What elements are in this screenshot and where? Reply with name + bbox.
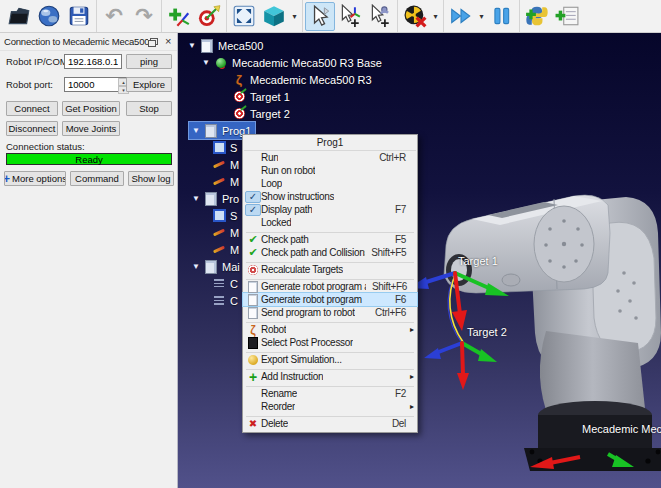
expander-icon[interactable] <box>189 126 203 135</box>
shortcut-label: Shift+F6 <box>366 281 407 292</box>
target2-frame[interactable] <box>424 343 497 390</box>
tree-item-instruction[interactable]: S <box>197 139 241 156</box>
more-options-button[interactable]: More options <box>4 171 66 186</box>
delete-icon <box>245 418 261 430</box>
tree-item-instruction[interactable]: M <box>197 173 243 190</box>
chkblue-icon <box>245 204 261 216</box>
plus-icon <box>245 371 261 383</box>
tree-item-instruction[interactable]: C <box>197 292 242 309</box>
toolbar-group-cursor <box>303 0 398 32</box>
menu-separator <box>243 229 417 233</box>
open-file-button[interactable] <box>4 2 34 31</box>
add-target-button[interactable] <box>194 2 224 31</box>
chevron-down-icon: ▾ <box>479 12 483 21</box>
menu-item-delete[interactable]: Delete Del <box>243 417 417 430</box>
redo-button[interactable]: ↷ <box>129 2 159 31</box>
tree-item-instruction[interactable]: C <box>197 275 242 292</box>
status-badge: Ready <box>6 153 172 165</box>
menu-item-check-path[interactable]: Check path F5 <box>243 233 417 246</box>
menu-item-robot[interactable]: Robot <box>243 323 417 336</box>
menu-item-loop[interactable]: Loop <box>243 177 417 190</box>
menu-item-display-path[interactable]: Display path F7 <box>243 203 417 216</box>
tree-item-robot[interactable]: Mecademic Meca500 R3 <box>217 71 376 88</box>
close-panel-icon[interactable] <box>163 37 173 47</box>
show-log-button[interactable]: Show log <box>128 171 174 186</box>
get-position-button[interactable]: Get Position <box>62 101 120 116</box>
expander-icon[interactable] <box>189 262 203 271</box>
move-tool-button[interactable] <box>365 2 395 31</box>
view-cube-dropdown[interactable]: ▾ <box>289 2 300 31</box>
expander-icon[interactable] <box>189 194 203 203</box>
move-icon <box>211 243 227 257</box>
add-item-button[interactable] <box>552 2 582 31</box>
tree-item-meca500[interactable]: Meca500 <box>185 37 267 54</box>
submenu-arrow-icon <box>406 402 414 411</box>
fast-simulation-button[interactable] <box>446 2 476 31</box>
tree-item-prog2[interactable]: Pro <box>189 190 243 207</box>
submenu-arrow-icon <box>406 372 414 381</box>
fast-forward-icon <box>449 4 473 28</box>
menu-item-check-path-collisions[interactable]: Check path and Collisions Shift+F5 <box>243 246 417 259</box>
menu-item-export-simulation[interactable]: Export Simulation... <box>243 353 417 366</box>
tree-item-instruction[interactable]: S <box>197 207 241 224</box>
menu-item-run[interactable]: Run Ctrl+R <box>243 151 417 164</box>
float-panel-icon[interactable] <box>148 38 157 46</box>
undo-button[interactable]: ↶ <box>99 2 129 31</box>
redo-icon: ↷ <box>135 6 153 26</box>
menu-item-show-instructions[interactable]: Show instructions <box>243 190 417 203</box>
tree-item-main-program[interactable]: Mai <box>189 258 244 275</box>
robot-icon <box>231 73 247 87</box>
expander-icon[interactable] <box>199 58 213 67</box>
move-reference-button[interactable] <box>335 2 365 31</box>
toolbar-group-collision: ▾ <box>398 0 444 32</box>
fit-view-button[interactable] <box>229 2 259 31</box>
menu-item-add-instruction[interactable]: Add Instruction <box>243 370 417 383</box>
undo-icon: ↶ <box>105 6 123 26</box>
shortcut-label: Shift+F5 <box>365 247 406 258</box>
toolbar-group-file <box>2 0 97 32</box>
menu-item-rename[interactable]: Rename F2 <box>243 387 417 400</box>
fast-simulation-dropdown[interactable]: ▾ <box>476 2 487 31</box>
menu-item-send-program[interactable]: Send program to robot Ctrl+F6 <box>243 306 417 319</box>
ip-input[interactable] <box>64 54 122 69</box>
program-icon <box>203 192 219 206</box>
command-button[interactable]: Command <box>70 171 124 186</box>
select-cursor-button[interactable] <box>305 2 335 31</box>
disconnect-button[interactable]: Disconnect <box>6 121 58 136</box>
setref-icon <box>211 141 227 155</box>
menu-item-locked[interactable]: Locked <box>243 216 417 229</box>
move-joints-button[interactable]: Move Joints <box>62 121 120 136</box>
menu-separator <box>243 349 417 353</box>
python-icon <box>525 4 549 28</box>
ping-button[interactable]: ping <box>126 54 172 69</box>
menu-item-run-on-robot[interactable]: Run on robot <box>243 164 417 177</box>
online-library-button[interactable] <box>34 2 64 31</box>
tree-item-instruction[interactable]: M <box>197 224 243 241</box>
tree-item-base-frame[interactable]: Mecademic Meca500 R3 Base <box>199 54 386 71</box>
target1-3d-label: Target 1 <box>458 255 498 267</box>
stop-button[interactable]: Stop <box>126 101 172 116</box>
menu-separator <box>243 259 417 263</box>
menu-item-generate-program[interactable]: Generate robot program F6 <box>243 293 417 306</box>
save-button[interactable] <box>64 2 94 31</box>
check-collisions-dropdown[interactable]: ▾ <box>430 2 441 31</box>
context-menu-items: Run Ctrl+R Run on robot Loop Show instru… <box>243 151 417 430</box>
pause-simulation-button[interactable] <box>487 2 517 31</box>
menu-item-select-post-processor[interactable]: Select Post Processor <box>243 336 417 349</box>
robot-icon <box>245 324 261 336</box>
tree-item-instruction[interactable]: M <box>197 241 243 258</box>
connect-button[interactable]: Connect <box>6 101 58 116</box>
context-menu-title: Prog1 <box>244 135 416 151</box>
add-reference-frame-button[interactable] <box>164 2 194 31</box>
menu-item-reorder[interactable]: Reorder <box>243 400 417 413</box>
check-collisions-button[interactable] <box>400 2 430 31</box>
menu-item-recalculate-targets[interactable]: Recalculate Targets <box>243 263 417 276</box>
view-cube-button[interactable] <box>259 2 289 31</box>
tree-item-target-2[interactable]: Target 2 <box>217 105 294 122</box>
add-python-program-button[interactable] <box>522 2 552 31</box>
tree-item-target-1[interactable]: Target 1 <box>217 88 294 105</box>
menu-item-generate-program-as[interactable]: Generate robot program as... Shift+F6 <box>243 280 417 293</box>
expander-icon[interactable] <box>185 41 199 50</box>
tree-item-instruction[interactable]: M <box>197 156 243 173</box>
robot-base-3d-label: Mecademic Meca5 <box>582 423 661 435</box>
